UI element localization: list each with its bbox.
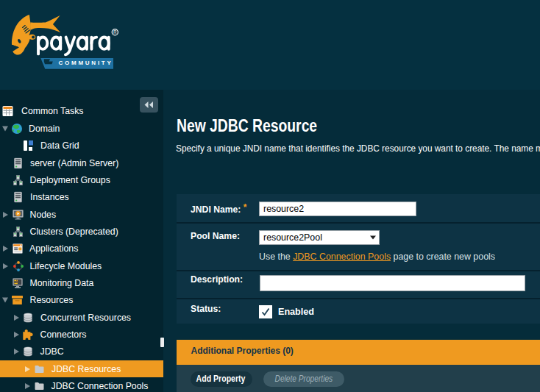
svg-text:R: R <box>113 29 117 35</box>
svg-text:COMMUNITY: COMMUNITY <box>59 60 113 66</box>
